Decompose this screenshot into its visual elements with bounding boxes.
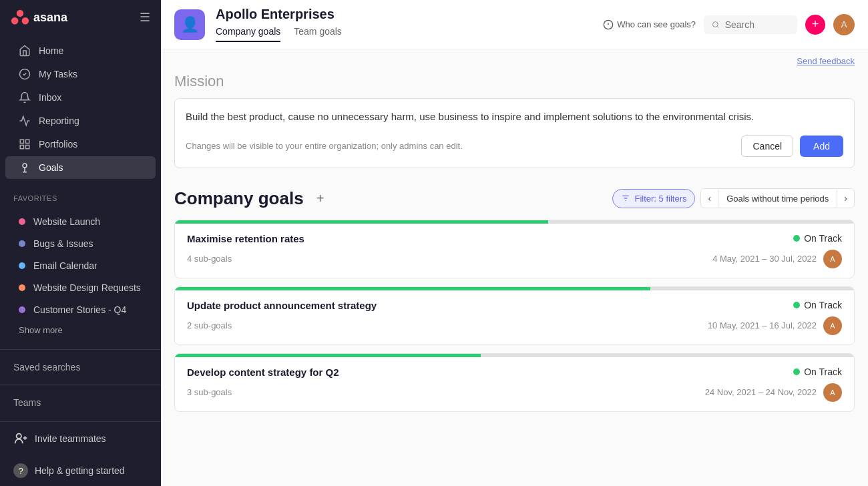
reporting-label: Reporting [39, 115, 79, 126]
help-label: Help & getting started [35, 465, 125, 476]
chart-icon [19, 115, 31, 127]
svg-rect-6 [20, 146, 23, 149]
sidebar-item-portfolios[interactable]: Portfolios [5, 133, 156, 156]
grid-icon [19, 138, 31, 150]
invite-teammates-button[interactable]: Invite teammates [0, 422, 161, 455]
goals-title: Company goals [174, 188, 304, 209]
tab-team-goals[interactable]: Team goals [294, 22, 342, 42]
asana-logo-icon [11, 8, 29, 27]
goal-sub: 3 sub-goals [187, 387, 232, 397]
sidebar: asana ☰ Home My Tasks Inbox Reporting Po… [0, 0, 161, 486]
inbox-label: Inbox [39, 92, 61, 103]
status-label: On Track [804, 233, 842, 244]
teams-label: Teams [0, 391, 161, 415]
favorite-item-website-design[interactable]: Website Design Requests [5, 277, 156, 298]
sidebar-toggle-icon[interactable]: ☰ [140, 10, 150, 25]
goal-body: Develop content strategy for Q2 On Track… [175, 357, 854, 411]
search-bar[interactable] [704, 15, 797, 34]
sidebar-item-my-tasks[interactable]: My Tasks [5, 63, 156, 85]
goal-card-2[interactable]: Update product announcement strategy On … [174, 286, 855, 345]
goal-meta: 24 Nov, 2021 – 24 Nov, 2022 A [705, 383, 842, 402]
sidebar-bottom: Invite teammates ? Help & getting starte… [0, 421, 161, 486]
saved-searches-label: Saved searches [0, 355, 161, 379]
filter-label: Filter: 5 filters [634, 194, 686, 204]
invite-icon [13, 431, 28, 446]
mission-hint: Changes will be visible to your entire o… [186, 141, 463, 151]
favorite-dot [19, 262, 25, 269]
goal-status: On Track [793, 233, 842, 244]
mission-text: Build the best product, cause no unneces… [186, 109, 843, 125]
sidebar-item-home[interactable]: Home [5, 39, 156, 62]
goal-avatar: A [823, 383, 842, 402]
divider [0, 349, 161, 350]
avatar: A [833, 14, 855, 35]
help-button[interactable]: ? Help & getting started [0, 455, 161, 486]
content-area: Send feedback Mission Build the best pro… [161, 49, 868, 486]
mission-title: Mission [174, 73, 855, 90]
my-tasks-label: My Tasks [39, 69, 77, 79]
mission-box: Build the best product, cause no unneces… [174, 98, 855, 168]
favorite-dot [19, 218, 25, 225]
tab-company-goals[interactable]: Company goals [216, 22, 280, 42]
svg-rect-5 [26, 140, 29, 143]
favorites-heading: Favorites [0, 184, 161, 206]
add-button[interactable]: + [805, 15, 825, 35]
favorite-item-bugs-issues[interactable]: Bugs & Issues [5, 233, 156, 254]
status-dot [793, 369, 800, 375]
favorite-label: Website Design Requests [33, 282, 141, 293]
goal-status: On Track [793, 367, 842, 377]
favorite-label: Customer Stories - Q4 [33, 304, 126, 315]
favorite-dot [19, 284, 25, 291]
header-title-area: Apollo Enterprises Company goals Team go… [216, 7, 355, 42]
goal-sub: 4 sub-goals [187, 254, 232, 264]
goal-body: Maximise retention rates On Track 4 sub-… [175, 224, 854, 278]
portfolios-label: Portfolios [39, 139, 77, 150]
svg-rect-4 [20, 140, 23, 143]
favorite-label: Bugs & Issues [33, 238, 93, 249]
cancel-button[interactable]: Cancel [741, 136, 793, 157]
help-icon: ? [13, 463, 28, 478]
goal-meta: 4 May, 2021 – 30 Jul, 2022 A [712, 250, 842, 268]
goals-filter-area: Filter: 5 filters ‹ Goals without time p… [612, 188, 855, 208]
bell-icon [19, 91, 31, 103]
main-area: 👤 Apollo Enterprises Company goals Team … [161, 0, 868, 486]
add-button-mission[interactable]: Add [800, 136, 843, 157]
org-name: Apollo Enterprises [216, 7, 355, 22]
goal-date: 10 May, 2021 – 16 Jul, 2022 [708, 320, 817, 330]
search-icon [712, 20, 720, 29]
goals-icon [19, 162, 31, 174]
sidebar-item-inbox[interactable]: Inbox [5, 86, 156, 109]
who-can-see-label: Who can see goals? [617, 19, 696, 29]
time-period-prev[interactable]: ‹ [701, 189, 718, 208]
favorite-item-website-launch[interactable]: Website Launch [5, 211, 156, 232]
mission-buttons: Cancel Add [741, 136, 843, 157]
who-can-see-button[interactable]: Who can see goals? [603, 19, 696, 30]
goal-card-1[interactable]: Maximise retention rates On Track 4 sub-… [174, 220, 855, 278]
org-icon: 👤 [174, 9, 205, 40]
goals-add-button[interactable]: + [312, 190, 329, 207]
sidebar-header: asana ☰ [0, 0, 161, 35]
sidebar-item-reporting[interactable]: Reporting [5, 109, 156, 132]
goal-avatar: A [823, 250, 842, 268]
favorite-item-email-calendar[interactable]: Email Calendar [5, 255, 156, 276]
filter-icon [621, 194, 630, 203]
favorite-item-customer-stories[interactable]: Customer Stories - Q4 [5, 299, 156, 320]
mission-footer: Changes will be visible to your entire o… [186, 136, 843, 157]
sidebar-item-goals[interactable]: Goals [5, 156, 156, 179]
filter-button[interactable]: Filter: 5 filters [612, 189, 695, 208]
goal-date: 4 May, 2021 – 30 Jul, 2022 [712, 254, 817, 264]
asana-logo-text: asana [33, 11, 67, 25]
divider-2 [0, 385, 161, 385]
feedback-row: Send feedback [174, 49, 855, 66]
goal-sub: 2 sub-goals [187, 320, 232, 330]
svg-point-2 [22, 17, 29, 25]
send-feedback-link[interactable]: Send feedback [797, 56, 855, 66]
search-input[interactable] [725, 19, 789, 30]
svg-rect-7 [26, 146, 29, 149]
show-more-button[interactable]: Show more [5, 321, 156, 339]
favorite-label: Website Launch [33, 216, 100, 227]
main-nav: Home My Tasks Inbox Reporting Portfolios… [0, 35, 161, 184]
time-period-next[interactable]: › [837, 189, 854, 208]
goal-card-3[interactable]: Develop content strategy for Q2 On Track… [174, 353, 855, 412]
goal-row2: 3 sub-goals 24 Nov, 2021 – 24 Nov, 2022 … [187, 383, 842, 402]
